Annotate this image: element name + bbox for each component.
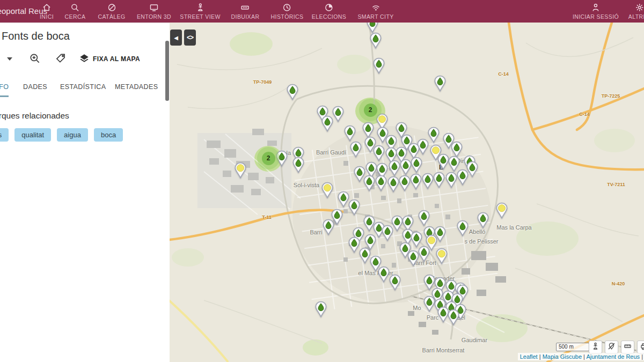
fountain-marker-yellow[interactable] <box>321 182 334 198</box>
road-label: C-14 <box>498 71 509 77</box>
attribution-separator: | <box>640 353 643 360</box>
fountain-marker-yellow[interactable] <box>496 202 508 219</box>
nav-inici[interactable]: INICI <box>40 3 54 20</box>
layers-icon[interactable] <box>78 53 90 64</box>
place-label: Barri Montserrat <box>422 347 465 353</box>
fountain-marker[interactable] <box>315 301 327 317</box>
road-label: TP-7225 <box>602 93 620 99</box>
fountain-marker[interactable] <box>382 225 394 241</box>
fountain-marker[interactable] <box>363 175 376 191</box>
fountain-marker[interactable] <box>332 106 345 122</box>
nav-cataleg[interactable]: CATÀLEG <box>98 3 125 20</box>
collapse-panel-button[interactable]: ◀ <box>170 29 182 46</box>
fountain-marker[interactable] <box>367 23 379 33</box>
fountain-marker-yellow[interactable] <box>235 162 247 179</box>
wifi-icon <box>371 3 380 12</box>
fountain-marker[interactable] <box>418 210 430 226</box>
fountain-marker[interactable] <box>287 84 299 100</box>
cluster-count: 2 <box>364 104 377 117</box>
fountain-marker-yellow[interactable] <box>436 248 448 264</box>
nav-historics[interactable]: HISTÒRICS <box>271 3 304 20</box>
nav-street-view[interactable]: STREET VIEW <box>180 3 220 20</box>
gear-icon <box>635 3 644 12</box>
tag-chip-qualitat[interactable]: qualitat <box>14 128 51 142</box>
place-label: Abelló <box>469 228 486 235</box>
related-tags: fontsqualitataiguaboca <box>0 128 123 142</box>
nav-cerca[interactable]: CERCA <box>65 3 86 20</box>
fountain-marker[interactable] <box>378 266 390 283</box>
fountain-marker[interactable] <box>373 145 385 161</box>
tag-chip-aigua[interactable]: aigua <box>57 128 88 142</box>
nav-eleccions[interactable]: ELECCIONS <box>312 3 346 20</box>
fountain-marker[interactable] <box>344 125 356 142</box>
place-label: Barri <box>310 229 322 235</box>
fountain-marker[interactable] <box>375 175 387 191</box>
nav-entorn-3d[interactable]: ENTORN 3D <box>137 3 171 20</box>
place-label: Gaudimar <box>462 337 487 343</box>
map-scale: 500 m <box>556 343 589 351</box>
fountain-marker[interactable] <box>457 169 469 186</box>
attribution-link-leaflet[interactable]: Leaflet <box>520 353 538 360</box>
tag-icon[interactable] <box>55 53 67 64</box>
fountain-marker[interactable] <box>292 157 305 173</box>
place-label: s de Pelisser <box>465 238 499 245</box>
attribution-link-mapia-giscube[interactable]: Mapia Giscube <box>543 353 582 360</box>
fountain-marker[interactable] <box>418 246 430 262</box>
fountain-marker[interactable] <box>373 57 385 74</box>
nav-smart-city[interactable]: SMART CITY <box>357 3 393 20</box>
layer-info-panel: Fonts de boca FIXA AL MAPA INFODADESESTA… <box>0 23 170 362</box>
panel-tabs: INFODADESESTADÍSTICAMETADADES <box>0 83 170 100</box>
fountain-marker[interactable] <box>348 199 361 216</box>
fountain-marker[interactable] <box>410 173 422 190</box>
place-label: Barri Gaudí <box>316 149 346 156</box>
road-label: TV-7211 <box>607 182 625 187</box>
fountain-marker[interactable] <box>433 172 445 188</box>
chevron-down-icon[interactable] <box>7 57 12 61</box>
marker-off-button[interactable] <box>605 341 618 353</box>
fountain-marker[interactable] <box>448 309 460 326</box>
attribution-link-ajuntament-de-reus[interactable]: Ajuntament de Reus <box>586 353 640 360</box>
map-canvas[interactable]: PelaBarri GaudíSol-i-vistaBarriel Mas Fe… <box>170 23 644 362</box>
zoom-in-icon[interactable] <box>29 53 41 64</box>
fountain-marker[interactable] <box>387 176 400 193</box>
measure-button[interactable] <box>621 341 634 353</box>
nav-iniciar-sessio[interactable]: INICIAR SESSIÓ <box>573 3 619 20</box>
fountain-marker[interactable] <box>407 250 420 267</box>
fountain-marker[interactable] <box>428 127 440 143</box>
pegman-button[interactable] <box>589 341 602 353</box>
tab-metadades[interactable]: METADADES <box>115 83 158 95</box>
fountain-marker[interactable] <box>321 115 334 132</box>
panel-title: Fonts de boca <box>2 30 70 42</box>
fountain-marker[interactable] <box>411 157 423 173</box>
place-label: Mas la Carpa <box>496 224 531 231</box>
fountain-marker[interactable] <box>399 175 411 191</box>
resize-panel-button[interactable]: <> <box>184 29 196 46</box>
marker-cluster[interactable]: 2 <box>257 147 280 169</box>
fountain-marker[interactable] <box>370 32 382 49</box>
fountain-marker[interactable] <box>477 212 489 228</box>
tab-info[interactable]: INFO <box>0 83 9 97</box>
marker-cluster[interactable]: 2 <box>359 99 382 121</box>
tag-chip-boca[interactable]: boca <box>94 128 123 142</box>
fountain-marker[interactable] <box>350 141 362 158</box>
tag-chip-fonts[interactable]: fonts <box>0 128 9 142</box>
panel-scrollbar[interactable] <box>165 41 169 101</box>
printer-button[interactable] <box>637 341 644 353</box>
fountain-marker[interactable] <box>457 220 469 237</box>
marker-off-icon <box>608 342 616 352</box>
fountain-marker[interactable] <box>389 274 401 291</box>
fountain-marker[interactable] <box>434 75 447 92</box>
nav-altres[interactable]: ALTRES <box>628 3 644 20</box>
fountain-marker[interactable] <box>445 172 458 188</box>
tab-estadistica[interactable]: ESTADÍSTICA <box>60 83 106 95</box>
place-label: Mo <box>413 305 421 311</box>
street-view-icon <box>195 3 205 12</box>
fountain-marker[interactable] <box>422 173 434 189</box>
fix-to-map-button[interactable]: FIXA AL MAPA <box>93 55 140 63</box>
geoportal-app: Geoportal Reus INICICERCACATÀLEGENTORN 3… <box>0 0 644 362</box>
tab-dades[interactable]: DADES <box>23 83 47 95</box>
draw-icon <box>240 3 250 12</box>
fountain-marker[interactable] <box>323 219 335 235</box>
fountain-marker[interactable] <box>389 160 401 176</box>
nav-dibuixar[interactable]: DIBUIXAR <box>231 3 260 20</box>
